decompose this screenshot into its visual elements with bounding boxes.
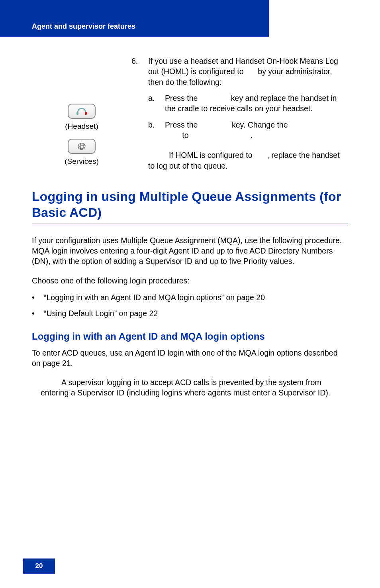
step-6: 6. If you use a headset and Handset On-H… <box>131 56 348 87</box>
headset-icon <box>76 107 87 116</box>
sub-a-key: Headset <box>200 94 229 102</box>
sub-b-p4: . <box>251 131 253 140</box>
page-content: (Headset) (Services) <box>32 56 348 398</box>
svg-rect-0 <box>76 112 78 115</box>
step-6-note: Note: If HOML is configured to Yes, repl… <box>148 150 348 171</box>
step-6-text: 6. If you use a headset and Handset On-H… <box>131 56 348 171</box>
svg-point-2 <box>77 142 86 150</box>
sub-a-body: Press the Headset key and replace the ha… <box>165 93 348 114</box>
services-key-graphic: (Services) <box>32 139 131 166</box>
step-number: 6. <box>131 56 148 87</box>
note2-body: A supervisor logging in to accept ACD ca… <box>41 378 330 397</box>
sub-b-letter: b. <box>148 120 165 141</box>
sub-a-p1: Press the <box>165 94 200 102</box>
sub-b-k1: Services <box>200 120 230 129</box>
procedure-list: “Logging in with an Agent ID and MQA log… <box>32 291 348 319</box>
mqa-intro: If your configuration uses Multiple Queu… <box>32 235 348 267</box>
sub-b-p1: Press the <box>165 120 200 129</box>
services-label: (Services) <box>32 157 131 166</box>
globe-icon <box>76 142 88 150</box>
note-lead: Note: <box>148 151 169 159</box>
sub-b-p2: key. Change the <box>230 120 290 129</box>
sub-a-letter: a. <box>148 93 165 114</box>
services-key-button <box>68 139 96 154</box>
headset-label: (Headset) <box>32 122 131 131</box>
page-number: 20 <box>23 559 55 574</box>
icon-column: (Headset) (Services) <box>32 56 131 171</box>
login-options-para: To enter ACD queues, use an Agent ID log… <box>32 348 348 369</box>
headset-key-graphic: (Headset) <box>32 104 131 131</box>
toc-item-1[interactable]: “Logging in with an Agent ID and MQA log… <box>32 291 348 303</box>
note2-lead: Note: <box>41 378 61 387</box>
step-6-body: If you use a headset and Handset On-Hook… <box>148 56 348 87</box>
step-6-no: No <box>246 67 256 76</box>
header-bar: Agent and supervisor features <box>0 0 269 37</box>
heading-login-options: Logging in with an Agent ID and MQA logi… <box>32 331 348 342</box>
svg-rect-1 <box>85 112 87 115</box>
sub-step-b: b. Press the Services key. Change the On… <box>148 120 348 141</box>
toc-item-2[interactable]: “Using Default Login” on page 22 <box>32 307 348 319</box>
headset-key-button <box>68 104 96 119</box>
sub-b-k3: Headset Enabled <box>191 131 251 140</box>
sub-b-body: Press the Services key. Change the On-ho… <box>165 120 348 141</box>
sub-step-a: a. Press the Headset key and replace the… <box>148 93 348 114</box>
supervisor-note: Note: A supervisor logging in to accept … <box>41 377 348 398</box>
section-title: Agent and supervisor features <box>32 22 135 31</box>
step-6-row: (Headset) (Services) <box>32 56 348 171</box>
note-p1: If HOML is configured to <box>169 151 255 159</box>
heading-mqa: Logging in using Multiple Queue Assignme… <box>32 189 348 224</box>
note-yes: Yes <box>255 151 267 159</box>
sub-b-p3: to <box>180 131 191 140</box>
choose-procedures: Choose one of the following login proced… <box>32 275 348 286</box>
